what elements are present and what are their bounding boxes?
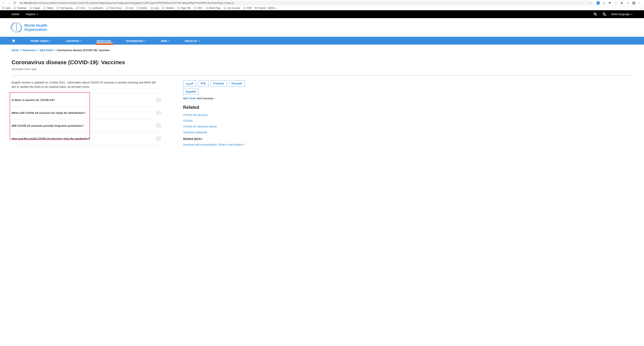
bookmark-item[interactable]: Text Spacing [56,7,73,9]
language-dropdown[interactable]: Select language [611,13,632,16]
ext-icon[interactable]: ⬢ [620,1,624,5]
breadcrumb-qa-detail[interactable]: Q&A Detail [40,49,53,52]
url-text: who.int/news-room/q-a-detail/coronavirus… [24,2,588,4]
bookmark-item[interactable]: Images [30,7,40,9]
logo-text: World HealthOrganization [24,23,47,32]
related-heading: Related [183,105,252,110]
nav-data[interactable]: Data [161,37,170,44]
ext-icon[interactable]: ⊙ [614,1,618,5]
bookmarks-overflow[interactable]: » [641,7,642,9]
translate-icon[interactable] [602,12,606,16]
lang-chip[interactable]: 中文 [198,81,209,87]
menu-icon[interactable]: ⋮ [638,1,642,5]
ext-icon[interactable]: ◧ [602,1,606,5]
extension-icons: ift ◧ ❤ ⊙ ⬢ ✦ ⋮ [596,1,642,5]
lang-chip[interactable]: العربية [183,81,196,87]
breadcrumb-home[interactable]: Home [12,49,19,52]
bookmark-item[interactable]: Landmarks [88,7,103,9]
bookmark-item[interactable]: Lists [125,7,133,9]
bookmark-item[interactable]: Iframes [136,7,147,9]
bookmark-item[interactable]: Lang [150,7,159,9]
ext-icon[interactable]: ❤ [608,1,612,5]
intro-text: English version is updated on 13 May 202… [12,81,161,89]
related-link[interactable]: Vaccines explained [183,131,252,134]
global-link[interactable]: Global [12,13,19,16]
lock-icon [20,2,22,4]
bookmark-item[interactable]: Forms [76,7,86,9]
forward-button[interactable] [7,1,11,5]
nav-newsroom[interactable]: Newsroom [97,37,111,44]
search-icon[interactable] [593,12,598,16]
related-link[interactable]: COVID-19 Vaccines advice [183,125,252,128]
divider [12,75,632,76]
breadcrumb-newsroom[interactable]: Newsroom [22,49,36,52]
svg-line-1 [596,15,597,16]
regions-dropdown[interactable]: Regions [26,13,38,16]
accordion-item[interactable]: Is there a vaccine for COVID-19? + [12,94,161,106]
accordion-question: Is there a vaccine for COVID-19? [12,98,55,102]
browser-toolbar: who.int/news-room/q-a-detail/coronavirus… [0,0,644,6]
address-bar[interactable]: who.int/news-room/q-a-detail/coronavirus… [18,1,594,5]
profile-avatar[interactable] [632,1,636,5]
bookmark-apps[interactable]: Apps [2,7,10,9]
language-chips: العربية 中文 Français Русский Español [183,81,252,95]
bookmark-item[interactable]: Tabindex [162,7,174,9]
site-logo[interactable]: World HealthOrganization [0,18,644,37]
accordion-item[interactable]: Will COVID-19 vaccines provide long-term… [12,119,161,132]
bookmark-item[interactable]: ✖Projects - SoftSer… [255,7,278,9]
utility-bar: Global Regions Select language [0,10,644,18]
page-meta: 28 October 2020 | Q&A [12,68,632,71]
faq-accordion: Is there a vaccine for COVID-19? + When … [12,93,161,145]
expand-icon: + [156,123,161,128]
related-qas-heading: Related Q&As: [183,137,252,140]
accordion-question: When will COVID-19 vaccines be ready for… [12,111,86,114]
accordion-question: Will COVID-19 vaccines provide long-term… [12,124,84,127]
bookmark-item[interactable]: Tables [43,7,53,9]
svg-point-0 [594,13,596,15]
bookmark-item[interactable]: ANDI [243,7,252,9]
bookmark-item[interactable]: Headings [14,7,26,9]
breadcrumb-current: Coronavirus disease (COVID-19): Vaccines [57,49,110,52]
bookmark-item[interactable]: aXe Console [224,7,240,9]
nav-countries[interactable]: Countries [66,37,82,44]
related-qa-link[interactable]: Vaccines and immunization: What is vacci… [183,143,252,146]
page-title: Coronavirus disease (COVID-19): Vaccines [12,59,632,66]
related-link[interactable]: COVAX [183,119,252,122]
reload-button[interactable] [13,1,16,5]
nav-health-topics[interactable]: Health Topics [30,37,51,44]
expand-icon: + [156,111,161,115]
lang-chip[interactable]: Español [183,89,199,95]
related-link[interactable]: COVID-19 vaccines [183,113,252,116]
bookmark-item[interactable]: Reset Page [206,7,221,9]
nav-about-us[interactable]: About Us [184,37,200,44]
who-emblem-icon [12,23,21,32]
bookmark-item[interactable]: Force Focus [106,7,122,9]
nav-emergencies[interactable]: Emergencies [126,37,146,44]
expand-icon: + [156,136,161,141]
home-icon[interactable] [12,39,16,43]
accordion-question: How quickly could COVID-19 vaccines stop… [12,137,90,140]
main-nav: Health Topics Countries Newsroom Emergen… [0,37,644,45]
lang-chip[interactable]: Русский [229,81,245,87]
bookmarks-bar: Apps Headings Images Tables Text Spacing… [0,6,644,10]
accordion-item[interactable]: How quickly could COVID-19 vaccines stop… [12,132,161,145]
expand-icon: + [156,98,161,102]
back-button[interactable] [2,1,5,5]
extensions-icon[interactable]: ✦ [626,1,630,5]
who-team: WHO TEAMWHO Worldwide [183,97,252,100]
ext-icon[interactable]: ift [597,2,600,5]
bookmark-item[interactable]: Page Title [177,7,190,9]
star-icon[interactable]: ☆ [590,2,592,4]
lang-chip[interactable]: Français [210,81,227,87]
bookmark-item[interactable]: ARIA [194,7,202,9]
accordion-item[interactable]: When will COVID-19 vaccines be ready for… [12,106,161,119]
breadcrumb: Home / Newsroom / Q&A Detail / Coronavir… [12,45,632,54]
